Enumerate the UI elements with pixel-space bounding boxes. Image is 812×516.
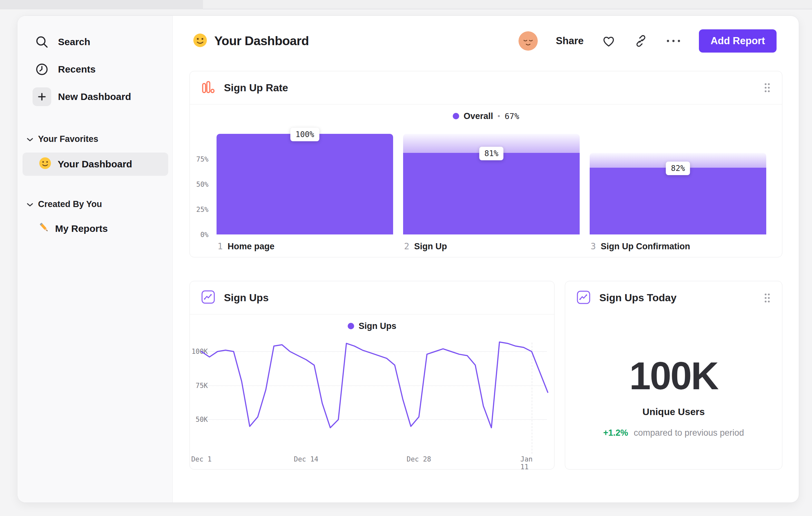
funnel-step-label: 2 Sign Up: [404, 241, 447, 251]
sidebar-item-label: Recents: [58, 64, 96, 75]
y-axis-tick: 75%: [190, 156, 208, 163]
legend-value: 67%: [504, 112, 519, 121]
card-header: Sign Ups Today: [565, 281, 782, 315]
sidebar-item-label: My Reports: [55, 223, 108, 234]
conversion-badge: 82%: [666, 162, 690, 175]
avatar[interactable]: [518, 31, 538, 51]
card-sign-ups-today: Sign Ups Today 100K Unique Users +1.2% c…: [565, 281, 782, 469]
step-index: 1: [218, 241, 223, 251]
legend-name: Overall: [464, 111, 493, 121]
card-title: Sign Ups Today: [599, 292, 676, 304]
sidebar-item-label: Search: [58, 36, 90, 47]
funnel-bar-home-page[interactable]: [216, 134, 393, 235]
funnel-step-label: 1 Home page: [218, 241, 274, 251]
window-chrome-strip: [0, 0, 812, 9]
x-axis-tick: Dec 14: [294, 455, 318, 463]
search-icon: [35, 35, 49, 49]
funnel-bar-fill: [216, 134, 393, 235]
card-sign-ups: Sign Ups Sign Ups 100K 75K 50K Dec 1 Dec…: [190, 281, 555, 469]
sidebar-item-recents[interactable]: Recents: [18, 58, 172, 81]
section-label: Your Favorites: [38, 134, 98, 144]
y-axis-tick: 0%: [190, 231, 208, 239]
window-chrome-tab: [0, 0, 203, 9]
metric-label: Unique Users: [565, 406, 782, 417]
sidebar-item-label: Your Dashboard: [58, 159, 132, 170]
sidebar-item-new-dashboard[interactable]: New Dashboard: [18, 85, 172, 108]
sidebar-item-my-reports[interactable]: My Reports: [18, 217, 172, 240]
header-actions: Share Add Report: [518, 29, 777, 53]
clock-icon: [35, 62, 49, 76]
drag-handle-icon[interactable]: [763, 82, 771, 93]
pencil-emoji-icon: [38, 221, 51, 236]
conversion-badge: 100%: [290, 128, 319, 141]
funnel-report-icon: [201, 80, 215, 96]
smiley-emoji-icon: [193, 33, 207, 49]
favorite-heart-icon[interactable]: [602, 34, 616, 48]
share-button[interactable]: Share: [556, 35, 584, 47]
sidebar-section-your-favorites[interactable]: Your Favorites: [18, 130, 172, 148]
x-axis-tick: Dec 28: [407, 455, 431, 463]
smiley-emoji-icon: [39, 157, 51, 171]
step-name: Sign Up: [414, 242, 447, 251]
legend-separator: •: [497, 112, 500, 120]
step-name: Home page: [228, 242, 274, 251]
sidebar-section-created-by-you[interactable]: Created By You: [18, 195, 172, 213]
step-index: 3: [591, 241, 596, 251]
delta-comparison-text: compared to previous period: [634, 428, 744, 438]
funnel-legend: Overall • 67%: [190, 109, 782, 123]
sidebar-item-your-dashboard[interactable]: Your Dashboard: [23, 153, 168, 176]
conversion-badge: 81%: [479, 147, 503, 160]
section-label: Created By You: [38, 199, 102, 209]
sign-ups-series-line: [201, 342, 548, 428]
sidebar: Search Recents New Dashboard: [18, 16, 173, 503]
x-axis-tick: Jan 11: [520, 455, 543, 471]
copy-link-icon[interactable]: [634, 34, 648, 48]
sidebar-item-label: New Dashboard: [58, 91, 131, 102]
funnel-bar-fill: [403, 153, 580, 235]
sign-ups-line-chart[interactable]: [190, 281, 555, 470]
step-index: 2: [404, 241, 409, 251]
chevron-down-icon: [26, 199, 33, 209]
chevron-down-icon: [26, 134, 33, 144]
app-window: Search Recents New Dashboard: [17, 16, 799, 503]
delta-value: +1.2%: [603, 428, 628, 438]
funnel-step-label: 3 Sign Up Confirmation: [591, 241, 690, 251]
add-report-button[interactable]: Add Report: [699, 29, 777, 53]
page-header: Your Dashboard: [193, 29, 309, 53]
plus-icon: [33, 87, 51, 106]
funnel-bar-fill: [590, 168, 766, 235]
insights-report-icon: [576, 290, 591, 306]
legend-dot: [453, 113, 459, 119]
metric-delta: +1.2% compared to previous period: [565, 428, 782, 438]
x-axis-tick: Dec 1: [191, 455, 211, 463]
drag-handle-icon[interactable]: [763, 293, 771, 303]
y-axis-tick: 50%: [190, 181, 208, 188]
metric-value: 100K: [565, 353, 782, 398]
y-axis-tick: 25%: [190, 206, 208, 214]
card-sign-up-rate: Sign Up Rate Overall • 67% 75% 50% 25% 0…: [190, 71, 782, 257]
card-header: Sign Up Rate: [190, 71, 782, 105]
step-name: Sign Up Confirmation: [601, 242, 690, 251]
sidebar-item-search[interactable]: Search: [18, 30, 172, 54]
more-options-icon[interactable]: [666, 39, 681, 43]
card-title: Sign Up Rate: [224, 82, 288, 94]
page-title: Your Dashboard: [214, 34, 309, 48]
